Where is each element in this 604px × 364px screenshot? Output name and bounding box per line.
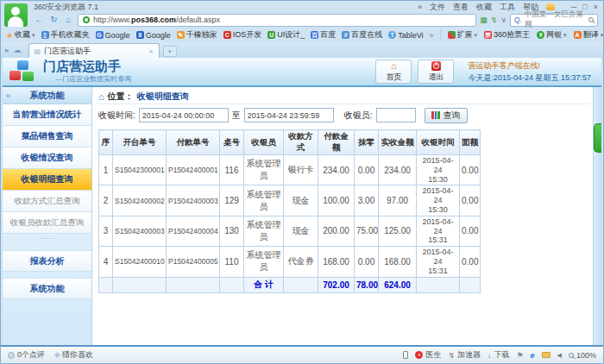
ticket-grabber-button[interactable]: 票360抢票王: [484, 29, 530, 41]
menu-overflow-chevron[interactable]: »: [418, 3, 422, 11]
col-method: 收款方式: [284, 130, 318, 155]
extensions-grid-icon[interactable]: ▦: [480, 16, 488, 24]
sidebar-section-system[interactable]: 系统功能: [3, 278, 91, 299]
sidebar-header: « 系统功能: [3, 87, 91, 104]
sidebar-item-cashier-summary[interactable]: 收银员收款汇总查询: [3, 212, 91, 234]
status-bar: 0个点评 猜你喜欢 +医生 ↯加速器 ↓下载 ⚑ e ◀ 100%: [1, 345, 603, 363]
back-button[interactable]: ←: [34, 16, 45, 24]
menu-file[interactable]: 文件: [430, 2, 445, 13]
zoom-control[interactable]: 100%: [569, 351, 596, 360]
online-service-tab[interactable]: [594, 123, 601, 153]
download-button[interactable]: ↓下载: [488, 349, 510, 361]
bookmarks-overflow-chevron[interactable]: »: [430, 31, 434, 40]
online-status-text: 营运助手客户端在线!: [468, 60, 591, 72]
url-dropdown-icon[interactable]: ∨: [500, 16, 506, 24]
cell-seq: 2: [99, 185, 113, 216]
home-button[interactable]: ⌂: [63, 16, 74, 24]
sidebar-item-cashier-detail[interactable]: 收银明细查询: [3, 169, 91, 191]
cell-rounding: 0.00: [355, 247, 379, 277]
sidebar-item-payment-summary[interactable]: 收款方式汇总查询: [3, 191, 91, 212]
pin-sidebar-icon[interactable]: ▸: [5, 46, 9, 54]
tab-title: 门店营运助手: [44, 46, 91, 57]
title-bar: 360安全浏览器 7.1 » 文件 查看 收藏 工具 帮助 ─ □ ×: [1, 1, 603, 12]
location-home-icon: ⌂: [98, 91, 104, 102]
tab-close-icon[interactable]: ×: [149, 47, 154, 55]
suggest-status[interactable]: 猜你喜欢: [55, 349, 93, 361]
folder-icon[interactable]: [542, 352, 551, 358]
cloud-sync-icon[interactable]: ☁: [14, 46, 22, 54]
online-banking-button[interactable]: ¥网银▾: [537, 29, 567, 41]
translate-button[interactable]: A翻译▾: [574, 29, 604, 41]
sidebar-item-cashier-status[interactable]: 收银情况查询: [3, 147, 91, 169]
cell-denom: 0.00: [460, 155, 481, 185]
extensions-button[interactable]: 扩展▾: [448, 29, 478, 41]
chevron-down-icon: ▾: [563, 32, 567, 39]
speaker-icon[interactable]: ◀: [557, 352, 562, 359]
search-icon[interactable]: [588, 17, 594, 22]
bookmark-mobile[interactable]: ▯手机收藏夹: [41, 29, 90, 41]
ie-mode-icon[interactable]: e: [531, 351, 535, 360]
time-from-input[interactable]: [139, 108, 229, 122]
close-button[interactable]: ×: [594, 3, 598, 11]
mobile-icon[interactable]: [403, 351, 408, 359]
to-label: 至: [232, 110, 241, 122]
cell-actual: 234.00: [379, 155, 417, 185]
search-button[interactable]: 查询: [425, 108, 468, 123]
comment-icon: [8, 352, 15, 359]
sidebar-item-business-stats[interactable]: 当前营业情况统计: [3, 104, 91, 126]
sidebar-item-dish-sales[interactable]: 菜品销售查询: [3, 126, 91, 147]
col-cashier: 收银员: [244, 130, 284, 155]
app-subtitle: ---门店营业数据实时查询: [55, 74, 131, 84]
pen-icon: ✎: [177, 31, 185, 39]
home-page-button[interactable]: ⌂ 首页: [375, 60, 412, 84]
cashier-input[interactable]: [376, 108, 416, 122]
bookmark-qianxiang[interactable]: ✎千橡独家: [177, 29, 217, 41]
chevron-down-icon: ▾: [475, 32, 478, 39]
bookmark-tablevi[interactable]: TTableVi: [388, 31, 423, 40]
hash-icon: #: [342, 31, 349, 39]
url-box[interactable]: http://www.pos368.com/default.aspx: [78, 14, 476, 27]
search-input[interactable]: 中国第一女巨贪落网: [525, 9, 586, 30]
doctor-button[interactable]: +医生: [415, 349, 441, 361]
bookmark-baidu-online[interactable]: #百度在线: [342, 29, 382, 41]
col-pay-no: 付款单号: [167, 130, 220, 155]
flag-icon[interactable]: ⚑: [516, 351, 523, 360]
bookmark-google-2[interactable]: 8Google: [136, 31, 171, 40]
cell-method: 代金券: [284, 247, 318, 277]
menu-favorites[interactable]: 收藏: [476, 2, 492, 13]
cashier-label: 收银员:: [344, 110, 373, 122]
collapse-icon[interactable]: «: [6, 91, 10, 100]
sidebar-section-reports[interactable]: 报表分析: [3, 250, 91, 272]
google-icon: G: [96, 31, 104, 39]
search-engine-icon[interactable]: Q.: [514, 16, 522, 24]
accelerator-button[interactable]: ↯加速器: [448, 349, 481, 361]
favorites-menu[interactable]: ★收藏▾: [6, 29, 35, 41]
lightning-icon[interactable]: ↯: [491, 16, 498, 24]
power-icon: [431, 61, 441, 71]
cell-method: 现金: [284, 216, 318, 246]
menu-view[interactable]: 查看: [453, 2, 469, 13]
user-avatar-icon[interactable]: [4, 3, 28, 27]
new-tab-button[interactable]: +: [163, 46, 177, 57]
reviews-status[interactable]: 0个点评: [8, 349, 45, 361]
window-title: 360安全浏览器 7.1: [34, 2, 98, 13]
sidebar-divider: ·······: [3, 234, 91, 244]
bookmark-baidu[interactable]: 百百度: [311, 29, 336, 41]
diamond-icon: [54, 352, 60, 358]
time-to-input[interactable]: [244, 108, 334, 122]
bookmark-ui[interactable]: UUI设计_: [267, 29, 305, 41]
url-text[interactable]: http://www.pos368.com/default.aspx: [93, 16, 220, 24]
bookmarks-bar: ★收藏▾ ▯手机收藏夹 GGoogle 8Google ✎千橡独家 CIOS开发…: [1, 28, 603, 42]
tab-store-assistant[interactable]: ▤ 门店营运助手 ×: [28, 43, 160, 58]
bookmark-google-1[interactable]: GGoogle: [96, 31, 130, 40]
total-rounding: 78.00: [355, 277, 379, 292]
star-icon: ★: [6, 31, 13, 40]
search-box[interactable]: Q. 中国第一女巨贪落网: [510, 14, 598, 27]
address-bar-row: ← ↻ ⌂ http://www.pos368.com/default.aspx…: [1, 12, 603, 28]
bookmark-ios[interactable]: CIOS开发: [223, 29, 262, 41]
exit-button[interactable]: 退出: [418, 60, 454, 84]
cell-amount: 234.00: [318, 155, 355, 185]
refresh-button[interactable]: ↻: [48, 16, 60, 24]
menu-tools[interactable]: 工具: [500, 2, 515, 13]
col-open-no: 开台单号: [113, 130, 167, 155]
